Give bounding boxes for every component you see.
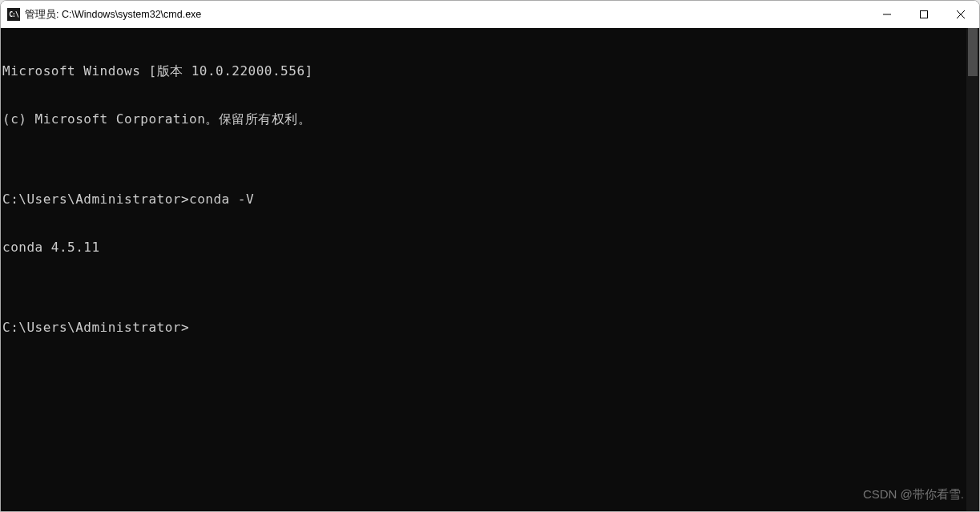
terminal-line: (c) Microsoft Corporation。保留所有权利。 xyxy=(2,111,966,127)
minimize-button[interactable] xyxy=(869,1,905,28)
minimize-icon xyxy=(883,10,891,18)
titlebar[interactable]: C:\ 管理员: C:\Windows\system32\cmd.exe xyxy=(1,1,979,28)
cmd-icon-text: C:\ xyxy=(9,11,18,18)
scrollbar-thumb[interactable] xyxy=(968,28,978,76)
terminal-content[interactable]: Microsoft Windows [版本 10.0.22000.556] (c… xyxy=(1,28,966,511)
maximize-icon xyxy=(920,10,928,18)
cmd-icon: C:\ xyxy=(7,8,20,21)
terminal-line: conda 4.5.11 xyxy=(2,240,966,256)
maximize-button[interactable] xyxy=(905,1,942,28)
svg-rect-1 xyxy=(921,11,928,18)
scrollbar[interactable] xyxy=(966,28,979,511)
window-controls xyxy=(869,1,979,28)
cmd-window: C:\ 管理员: C:\Windows\system32\cmd.exe xyxy=(0,0,980,512)
terminal-line: C:\Users\Administrator>conda -V xyxy=(2,191,966,208)
terminal-area[interactable]: Microsoft Windows [版本 10.0.22000.556] (c… xyxy=(1,28,979,511)
close-button[interactable] xyxy=(942,1,979,28)
terminal-line: C:\Users\Administrator> xyxy=(2,320,966,336)
close-icon xyxy=(957,10,965,18)
window-title: 管理员: C:\Windows\system32\cmd.exe xyxy=(25,8,869,22)
terminal-line: Microsoft Windows [版本 10.0.22000.556] xyxy=(2,63,966,79)
